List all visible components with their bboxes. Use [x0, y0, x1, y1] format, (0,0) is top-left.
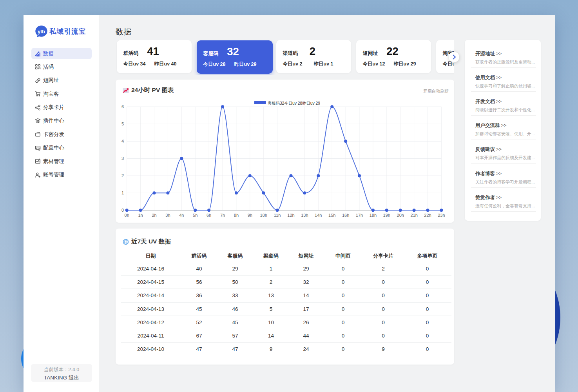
svg-text:1h: 1h	[138, 213, 143, 218]
svg-text:1: 1	[121, 191, 124, 195]
svg-text:18h: 18h	[370, 213, 377, 218]
svg-text:3: 3	[121, 156, 124, 161]
svg-text:15h: 15h	[328, 213, 335, 218]
svg-text:17h: 17h	[356, 213, 363, 218]
svg-text:6h: 6h	[207, 213, 211, 218]
svg-text:13h: 13h	[301, 213, 308, 218]
svg-text:客服码32今日uv 28昨日uv 29: 客服码32今日uv 28昨日uv 29	[268, 101, 320, 105]
svg-text:23h: 23h	[438, 213, 445, 218]
svg-text:5: 5	[121, 122, 124, 126]
svg-text:12h: 12h	[287, 213, 294, 218]
svg-text:2h: 2h	[152, 213, 156, 218]
svg-text:4h: 4h	[179, 213, 184, 218]
svg-text:20h: 20h	[397, 213, 404, 218]
svg-text:9h: 9h	[248, 213, 252, 218]
svg-text:8h: 8h	[234, 213, 239, 218]
svg-text:ylb: ylb	[38, 29, 45, 34]
svg-text:4: 4	[121, 139, 124, 143]
svg-text:6: 6	[121, 104, 124, 109]
svg-text:14h: 14h	[315, 213, 322, 218]
svg-text:11h: 11h	[274, 213, 281, 218]
svg-text:2: 2	[121, 173, 124, 178]
svg-text:16h: 16h	[342, 213, 349, 218]
svg-text:5h: 5h	[193, 213, 197, 218]
svg-text:22h: 22h	[424, 213, 431, 218]
svg-text:0h: 0h	[125, 213, 129, 218]
svg-text:10h: 10h	[260, 213, 267, 218]
svg-text:0: 0	[121, 208, 124, 212]
svg-text:21h: 21h	[410, 213, 417, 218]
svg-text:7h: 7h	[220, 213, 225, 218]
svg-text:19h: 19h	[383, 213, 390, 218]
svg-text:3h: 3h	[165, 213, 170, 218]
